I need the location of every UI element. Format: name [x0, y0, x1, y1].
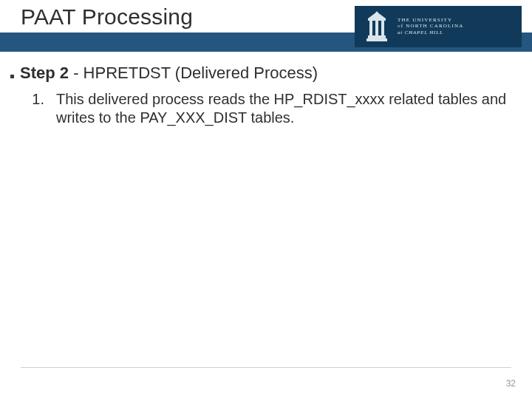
bullet-item: Step 2 - HPRETDST (Delivered Process) [10, 64, 522, 83]
bullet-rest: HPRETDST (Delivered Process) [83, 64, 318, 82]
list-text: This delivered process reads the HP_RDIS… [56, 90, 507, 127]
logo-line-3: at CHAPEL HILL [398, 30, 464, 35]
bullet-text: Step 2 - HPRETDST (Delivered Process) [20, 64, 318, 83]
svg-point-6 [376, 12, 378, 14]
numbered-item: 1. This delivered process reads the HP_R… [10, 90, 522, 127]
bullet-sep: - [69, 64, 83, 82]
page-number: 32 [506, 378, 516, 389]
slide: PAAT Processing THE UNIVERSITY of NORTH … [0, 0, 532, 399]
well-icon [362, 10, 392, 43]
svg-rect-5 [368, 18, 386, 21]
footer-rule [21, 367, 511, 368]
svg-rect-3 [375, 21, 378, 35]
list-marker: 1. [31, 91, 44, 108]
svg-rect-1 [368, 35, 386, 38]
svg-rect-2 [369, 21, 372, 35]
logo-text: THE UNIVERSITY of NORTH CAROLINA at CHAP… [398, 18, 464, 35]
unc-logo: THE UNIVERSITY of NORTH CAROLINA at CHAP… [355, 6, 522, 47]
logo-line-2: of NORTH CAROLINA [398, 24, 464, 29]
slide-body: Step 2 - HPRETDST (Delivered Process) 1.… [10, 64, 522, 127]
logo-line-1: THE UNIVERSITY [398, 18, 464, 23]
svg-rect-4 [381, 21, 384, 35]
svg-rect-0 [366, 38, 387, 41]
bullet-icon [10, 75, 14, 78]
bullet-strong: Step 2 [20, 64, 69, 82]
title-area: PAAT Processing THE UNIVERSITY of NORTH … [0, 0, 532, 52]
slide-title: PAAT Processing [21, 4, 193, 30]
